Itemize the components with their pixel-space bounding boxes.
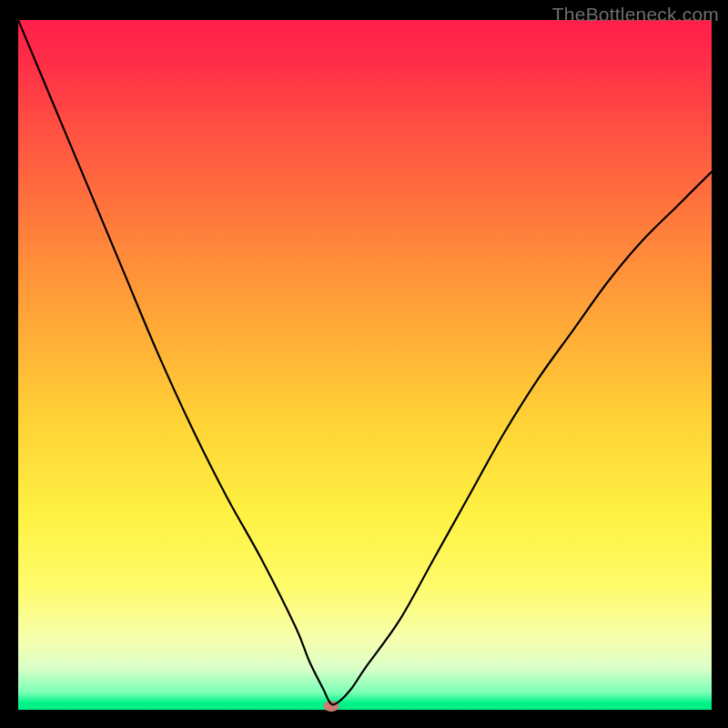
chart-frame: TheBottleneck.com: [0, 0, 728, 728]
plot-area: [18, 20, 712, 710]
watermark-text: TheBottleneck.com: [552, 4, 719, 25]
bottleneck-curve: [18, 20, 712, 710]
